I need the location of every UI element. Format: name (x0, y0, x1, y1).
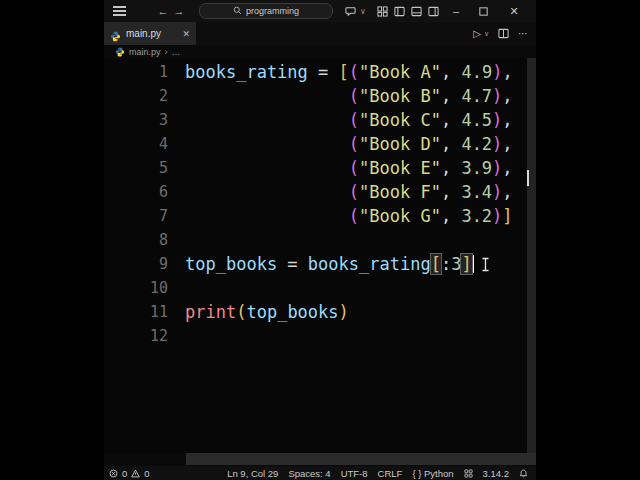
code-token: , (502, 110, 512, 130)
tab-main-py[interactable]: main.py ✕ (104, 22, 196, 45)
status-item[interactable]: Ln 9, Col 29 (227, 468, 278, 479)
line-number: 2 (104, 84, 168, 108)
vertical-scrollbar[interactable] (527, 58, 536, 454)
problems-indicator[interactable]: 0 0 (104, 468, 150, 479)
code-line[interactable]: 5 ("Book E", 3.9), (104, 156, 536, 180)
chevron-down-icon[interactable]: ∨ (358, 0, 368, 22)
code-token: books_rating (185, 62, 308, 82)
menu-icon[interactable] (110, 0, 128, 22)
toggle-secondary-sidebar-icon[interactable] (425, 0, 441, 22)
code-line[interactable]: 6 ("Book F", 3.4), (104, 180, 536, 204)
code-token: [ (431, 254, 441, 274)
toggle-panel-icon[interactable] (408, 0, 424, 22)
code-text (168, 276, 185, 300)
status-item[interactable]: UTF-8 (341, 468, 368, 479)
line-number: 3 (104, 108, 168, 132)
code-token: ( (349, 158, 359, 178)
status-item[interactable]: CRLF (378, 468, 403, 479)
code-token: 3.2 (461, 206, 492, 226)
close-button[interactable]: ✕ (504, 0, 524, 22)
code-line[interactable]: 7 ("Book G", 3.2)] (104, 204, 536, 228)
code-token: ) (492, 182, 502, 202)
code-line[interactable]: 11print(top_books) (104, 300, 536, 324)
breadcrumb-separator: › (165, 47, 168, 57)
code-line[interactable]: 4 ("Book D", 4.2), (104, 132, 536, 156)
forward-arrow-icon[interactable]: → (172, 0, 186, 22)
code-line[interactable]: 1books_rating = [("Book A", 4.9), (104, 60, 536, 84)
code-token: 4.7 (461, 86, 492, 106)
command-center-search[interactable]: programming (199, 3, 333, 19)
code-token: 3 (451, 254, 461, 274)
code-token: "Book G" (359, 206, 441, 226)
bell-icon[interactable] (519, 469, 528, 478)
code-line[interactable]: 2 ("Book B", 4.7), (104, 84, 536, 108)
code-text: print(top_books) (168, 300, 349, 324)
code-token: ( (349, 206, 359, 226)
code-token: top_books (185, 254, 277, 274)
code-token: ( (236, 302, 246, 322)
code-line[interactable]: 12 (104, 324, 536, 348)
status-right: Ln 9, Col 29Spaces: 4UTF-8CRLF{ } Python… (227, 468, 536, 479)
code-token: , (441, 86, 461, 106)
status-item[interactable]: Spaces: 4 (288, 468, 330, 479)
code-token: top_books (246, 302, 338, 322)
code-token (185, 206, 349, 226)
python-version[interactable]: 3.14.2 (483, 468, 509, 479)
code-text: books_rating = [("Book A", 4.9), (168, 60, 513, 84)
code-token: "Book D" (359, 134, 441, 154)
split-editor-icon[interactable] (498, 28, 509, 39)
code-token: ( (349, 86, 359, 106)
code-text: ("Book E", 3.9), (168, 156, 513, 180)
code-token: "Book A" (359, 62, 441, 82)
breadcrumb-file[interactable]: main.py (129, 47, 161, 57)
status-item[interactable]: { } Python (412, 468, 453, 479)
breadcrumb-symbol[interactable]: … (172, 47, 181, 57)
line-number: 1 (104, 60, 168, 84)
chat-icon[interactable] (342, 0, 358, 22)
code-token: , (441, 62, 461, 82)
toggle-sidebar-icon[interactable] (391, 0, 407, 22)
run-button[interactable]: ▷ (473, 28, 481, 39)
code-token: "Book C" (359, 110, 441, 130)
code-token: ( (349, 134, 359, 154)
search-icon (233, 6, 242, 15)
code-token: 3.4 (461, 182, 492, 202)
code-token: = (277, 254, 308, 274)
code-line[interactable]: 9top_books = books_rating[:3] (104, 252, 536, 276)
search-query-text: programming (246, 6, 299, 16)
grid-icon[interactable] (464, 469, 473, 478)
code-line[interactable]: 10 (104, 276, 536, 300)
python-icon (115, 47, 125, 57)
code-token: 4.5 (461, 110, 492, 130)
code-token: ) (492, 62, 502, 82)
vscode-window: ← → programming ∨ – (104, 0, 536, 480)
tab-close-icon[interactable]: ✕ (182, 29, 190, 39)
horizontal-scrollbar[interactable] (186, 453, 536, 465)
editor-actions: ▷ ∨ ⋯ (473, 22, 528, 45)
code-token: ) (492, 86, 502, 106)
customize-layout-icon[interactable] (374, 0, 390, 22)
code-line[interactable]: 3 ("Book C", 4.5), (104, 108, 536, 132)
back-arrow-icon[interactable]: ← (156, 0, 170, 22)
code-token: , (441, 110, 461, 130)
mouse-ibeam-cursor (481, 254, 490, 278)
title-bar: ← → programming ∨ – (104, 0, 536, 22)
overview-ruler-marker (527, 170, 529, 186)
maximize-button[interactable] (473, 0, 493, 22)
line-number: 5 (104, 156, 168, 180)
code-token: , (502, 86, 512, 106)
code-text (168, 324, 185, 348)
code-line[interactable]: 8 (104, 228, 536, 252)
run-chevron-icon[interactable]: ∨ (484, 30, 489, 38)
code-token: books_rating (308, 254, 431, 274)
code-token: 4.2 (461, 134, 492, 154)
minimize-button[interactable]: – (446, 0, 466, 22)
more-actions-icon[interactable]: ⋯ (518, 28, 528, 39)
code-token: ] (502, 206, 512, 226)
status-bar: 0 0 Ln 9, Col 29Spaces: 4UTF-8CRLF{ } Py… (104, 466, 536, 480)
code-editor[interactable]: 1books_rating = [("Book A", 4.9),2 ("Boo… (104, 58, 536, 454)
warning-icon (131, 469, 140, 478)
python-icon (110, 28, 121, 39)
line-number: 6 (104, 180, 168, 204)
breadcrumb[interactable]: main.py › … (104, 45, 536, 58)
